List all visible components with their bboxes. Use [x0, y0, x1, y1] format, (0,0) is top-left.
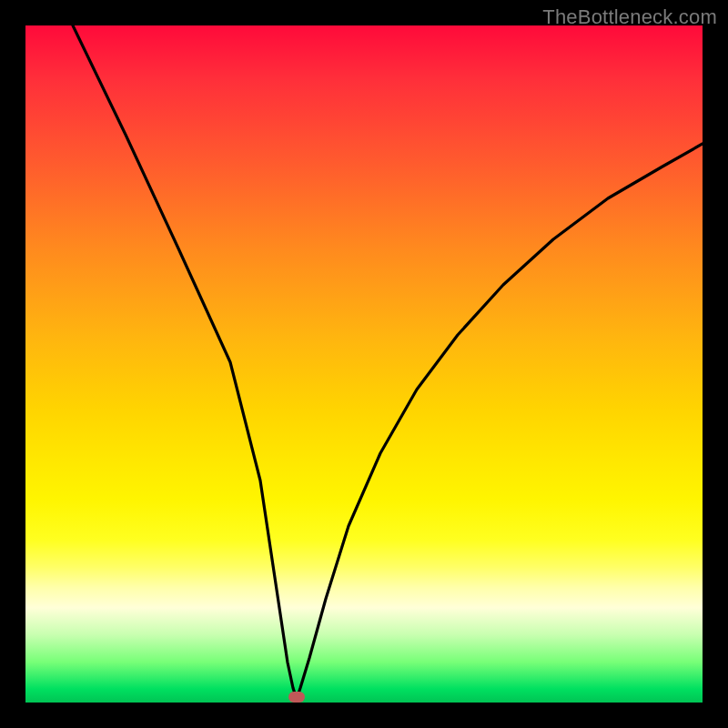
bottleneck-curve-path: [73, 25, 703, 699]
plot-area: [25, 25, 703, 703]
chart-frame: TheBottleneck.com: [0, 0, 728, 728]
watermark-text: TheBottleneck.com: [542, 5, 717, 29]
minimum-marker: [288, 692, 305, 703]
curve-svg: [25, 25, 703, 703]
